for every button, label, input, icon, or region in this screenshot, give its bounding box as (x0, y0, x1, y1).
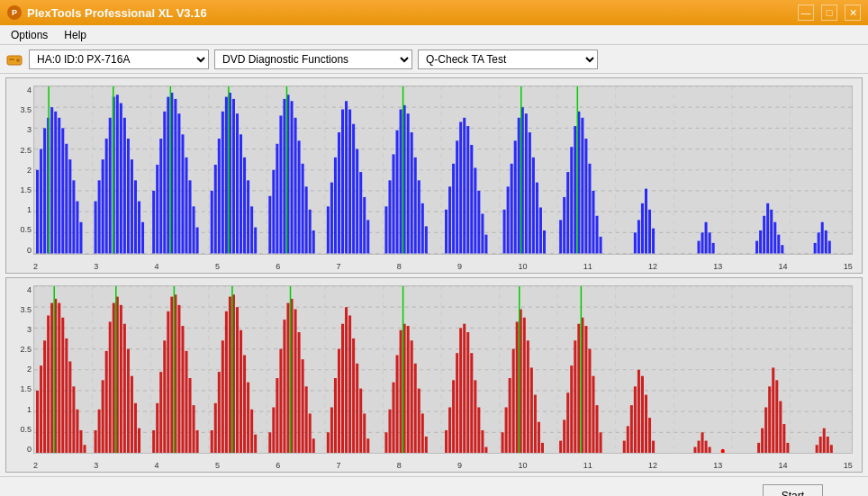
drive-icon (5, 50, 23, 68)
svg-rect-121 (425, 226, 428, 253)
svg-rect-92 (298, 140, 301, 253)
svg-rect-88 (283, 99, 285, 254)
svg-rect-264 (254, 434, 257, 453)
svg-rect-261 (243, 355, 246, 453)
svg-rect-43 (102, 159, 104, 253)
svg-rect-36 (68, 159, 71, 253)
svg-rect-347 (637, 369, 640, 453)
svg-rect-173 (759, 230, 762, 254)
svg-rect-35 (65, 144, 68, 254)
svg-rect-269 (279, 348, 282, 453)
title-bar: P PlexTools Professional XL V3.16 — □ ✕ (0, 0, 868, 25)
svg-rect-148 (559, 220, 562, 253)
menu-options[interactable]: Options (4, 27, 55, 43)
svg-rect-338 (588, 348, 591, 453)
svg-rect-294 (393, 382, 395, 453)
svg-rect-102 (341, 110, 344, 254)
svg-rect-222 (83, 445, 86, 453)
svg-rect-87 (279, 115, 282, 253)
bottom-chart-inner (33, 285, 853, 455)
svg-rect-225 (98, 409, 101, 453)
svg-rect-179 (781, 245, 783, 253)
drive-select[interactable]: HA:0 ID:0 PX-716A (29, 50, 209, 69)
svg-rect-354 (701, 432, 704, 453)
svg-rect-253 (214, 402, 217, 453)
svg-rect-132 (477, 191, 480, 254)
svg-rect-363 (775, 380, 778, 453)
svg-rect-341 (600, 432, 602, 453)
start-button[interactable]: Start (763, 484, 823, 496)
svg-rect-136 (507, 186, 510, 253)
svg-rect-331 (563, 419, 565, 453)
bottom-chart-svg (34, 286, 852, 454)
svg-rect-45 (109, 118, 112, 254)
svg-rect-351 (652, 440, 655, 453)
svg-rect-224 (95, 429, 97, 453)
svg-rect-32 (54, 112, 57, 254)
svg-rect-293 (388, 409, 391, 453)
svg-rect-71 (214, 165, 217, 254)
svg-rect-274 (298, 332, 301, 453)
svg-rect-33 (58, 118, 60, 254)
svg-rect-62 (174, 99, 176, 254)
svg-rect-162 (637, 220, 640, 253)
svg-rect-344 (627, 426, 629, 453)
svg-rect-99 (330, 183, 333, 254)
svg-rect-146 (543, 230, 546, 254)
svg-rect-2 (9, 59, 14, 60)
window-title: PlexTools Professional XL V3.16 (27, 6, 207, 20)
svg-rect-289 (359, 388, 362, 453)
svg-rect-307 (452, 380, 455, 453)
svg-rect-163 (641, 203, 644, 254)
svg-rect-278 (312, 438, 315, 453)
close-button[interactable]: ✕ (845, 5, 861, 21)
svg-rect-284 (341, 323, 344, 453)
bottom-chart-container: 0 0.5 1 1.5 2 2.5 3 3.5 4 (5, 277, 863, 473)
function-select[interactable]: DVD Diagnostic Functions (214, 50, 412, 69)
svg-rect-235 (134, 402, 137, 453)
svg-rect-27 (36, 170, 39, 254)
svg-rect-157 (592, 191, 594, 254)
svg-rect-145 (539, 207, 542, 253)
bottom-chart-y-labels: 0 0.5 1 1.5 2 2.5 3 3.5 4 (8, 285, 32, 455)
svg-rect-126 (456, 140, 458, 253)
svg-rect-59 (163, 112, 166, 254)
svg-rect-56 (152, 191, 155, 254)
svg-rect-268 (276, 378, 278, 453)
maximize-button[interactable]: □ (821, 5, 837, 21)
bottom-panel: Jitter: 1 Peak Shift: (0, 476, 868, 496)
svg-rect-367 (816, 445, 818, 453)
svg-rect-292 (384, 432, 387, 453)
svg-rect-233 (127, 348, 130, 453)
svg-rect-90 (291, 101, 294, 253)
svg-rect-296 (400, 329, 402, 453)
svg-rect-82 (254, 228, 257, 254)
svg-rect-240 (159, 372, 162, 453)
svg-rect-369 (823, 428, 826, 453)
svg-rect-161 (634, 232, 637, 253)
svg-rect-321 (516, 321, 519, 453)
svg-rect-141 (525, 113, 528, 253)
svg-rect-349 (645, 394, 647, 453)
svg-rect-323 (523, 317, 526, 453)
menu-help[interactable]: Help (57, 27, 94, 43)
svg-rect-320 (512, 348, 515, 453)
svg-rect-118 (414, 158, 417, 254)
svg-rect-156 (588, 164, 591, 254)
svg-rect-164 (645, 189, 647, 254)
svg-rect-282 (334, 378, 337, 453)
svg-rect-332 (566, 392, 569, 453)
svg-rect-108 (363, 197, 366, 254)
svg-rect-333 (570, 365, 573, 453)
svg-point-1 (16, 59, 20, 62)
test-select[interactable]: Q-Check TA Test (418, 50, 598, 69)
svg-rect-106 (356, 149, 358, 254)
svg-rect-119 (418, 180, 420, 253)
svg-rect-151 (570, 147, 573, 253)
svg-rect-111 (388, 180, 391, 253)
svg-rect-324 (527, 340, 529, 453)
minimize-button[interactable]: — (798, 5, 814, 21)
svg-rect-288 (356, 363, 358, 453)
svg-rect-58 (159, 139, 162, 254)
svg-rect-81 (250, 206, 253, 253)
